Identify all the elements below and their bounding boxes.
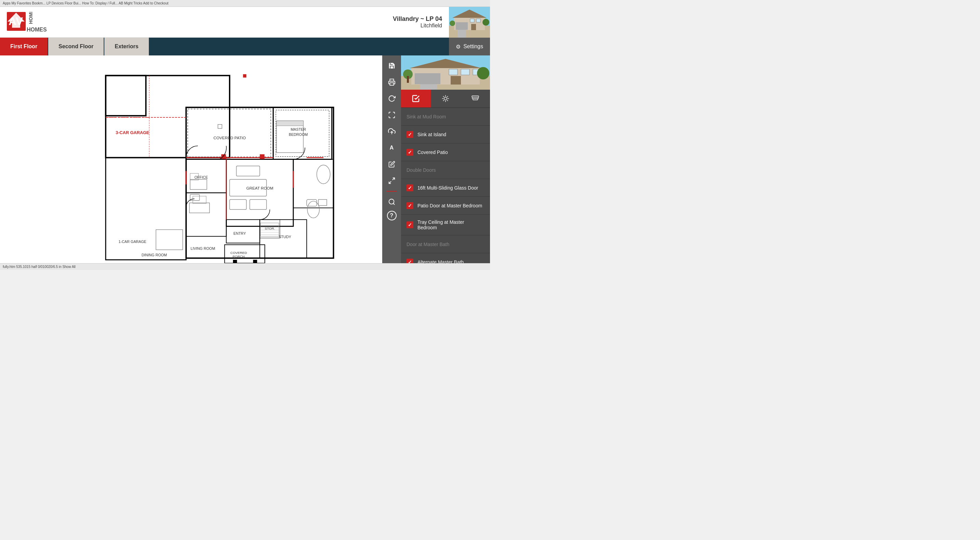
option-double-doors[interactable]: Double Doors	[401, 161, 490, 179]
main-content: 3-CAR GARAGE COVERED PATIO MASTER BEDROO…	[0, 56, 490, 263]
header-title: Villandry ~ LP 04 Litchfield	[386, 7, 449, 37]
svg-rect-112	[472, 97, 478, 99]
house-thumbnail	[449, 7, 490, 38]
option-patio-door-master[interactable]: ✓ Patio Door at Master Bedroom	[401, 197, 490, 215]
svg-rect-102	[420, 84, 437, 90]
option-label: Door at Master Bath	[407, 242, 449, 247]
svg-text:GREAT ROOM: GREAT ROOM	[247, 186, 274, 190]
svg-text:STUDY: STUDY	[278, 235, 291, 239]
logo: AV HOMES HOMES	[7, 12, 31, 32]
svg-point-88	[389, 199, 394, 204]
svg-rect-3	[12, 22, 20, 28]
svg-point-15	[482, 19, 489, 25]
svg-rect-10	[471, 24, 476, 30]
print-button[interactable]	[384, 75, 399, 90]
options-list: Sink at Mud Room ✓ Sink at Island ✓ Cove…	[401, 108, 490, 263]
options-panel: Sink at Mud Room ✓ Sink at Island ✓ Cove…	[401, 56, 490, 263]
svg-rect-84	[390, 83, 393, 85]
settings-button[interactable]: ⚙ Settings	[449, 38, 490, 56]
tab-furniture[interactable]	[460, 90, 490, 107]
tab-checklist[interactable]	[401, 90, 431, 107]
svg-line-105	[443, 96, 444, 97]
svg-text:ENTRY: ENTRY	[233, 231, 246, 236]
svg-point-100	[477, 67, 489, 80]
svg-rect-101	[407, 76, 409, 83]
option-sliding-glass-door[interactable]: ✓ 16ft Multi-Sliding Glass Door	[401, 179, 490, 197]
text-button[interactable]: A	[384, 140, 399, 155]
svg-text:HOMES: HOMES	[28, 12, 33, 24]
svg-rect-42	[253, 260, 257, 263]
floorplan-svg: 3-CAR GARAGE COVERED PATIO MASTER BEDROO…	[0, 56, 382, 263]
checkbox-sink-island: ✓	[407, 131, 414, 138]
svg-text:COVERED PATIO: COVERED PATIO	[213, 135, 246, 140]
project-name: Villandry ~ LP 04	[393, 15, 442, 22]
svg-rect-36	[221, 155, 226, 159]
tab-second-floor[interactable]: Second Floor	[48, 38, 104, 56]
browser-bar: Apps My Favorites Bookm... LP Devices Fl…	[0, 0, 490, 7]
svg-rect-12	[476, 19, 480, 22]
checkbox-tray-ceiling: ✓	[407, 221, 414, 228]
search-button[interactable]	[384, 194, 399, 209]
status-text: fully.htm 535.1015 half 0/010020/6.5 in …	[3, 265, 76, 269]
svg-line-89	[393, 203, 395, 205]
svg-text:MASTER: MASTER	[291, 127, 306, 131]
svg-line-110	[447, 96, 448, 97]
right-toolbar: A ?	[382, 56, 401, 263]
tab-exteriors[interactable]: Exteriors	[104, 38, 148, 56]
option-label: Alternate Master Bath	[417, 260, 464, 263]
upload-button[interactable]	[384, 124, 399, 139]
gear-icon: ⚙	[456, 43, 461, 50]
edit-button[interactable]	[384, 157, 399, 172]
svg-line-87	[389, 182, 391, 183]
settings-label: Settings	[463, 43, 483, 49]
refresh-button[interactable]	[384, 91, 399, 106]
checkbox-patio-door: ✓	[407, 202, 414, 209]
svg-text:DINING ROOM: DINING ROOM	[142, 253, 167, 257]
svg-rect-95	[451, 76, 461, 84]
project-location: Litchfield	[420, 22, 442, 29]
resize-button[interactable]	[384, 107, 399, 123]
tab-lighting[interactable]	[431, 90, 461, 107]
tab-first-floor[interactable]: First Floor	[0, 38, 48, 56]
svg-rect-94	[415, 73, 441, 84]
checkbox-covered-patio: ✓	[407, 149, 414, 156]
svg-rect-9	[456, 22, 468, 30]
logo-area: AV HOMES HOMES	[0, 7, 386, 37]
svg-rect-97	[461, 69, 469, 75]
option-label: Sink at Island	[417, 132, 446, 137]
svg-rect-38	[243, 74, 247, 78]
save-button[interactable]	[384, 58, 399, 73]
svg-text:LIVING ROOM: LIVING ROOM	[191, 246, 215, 250]
option-sink-island[interactable]: ✓ Sink at Island	[401, 126, 490, 143]
option-label: Double Doors	[407, 167, 436, 173]
option-covered-patio[interactable]: ✓ Covered Patio	[401, 143, 490, 161]
browser-tabs: Apps My Favorites Bookm... LP Devices Fl…	[3, 2, 169, 5]
icon-tabs	[401, 90, 490, 108]
svg-text:1-CAR GARAGE: 1-CAR GARAGE	[119, 239, 146, 244]
svg-point-14	[450, 21, 455, 26]
svg-rect-44	[277, 121, 303, 126]
floorplan-area[interactable]: 3-CAR GARAGE COVERED PATIO MASTER BEDROO…	[0, 56, 382, 263]
options-house-photo	[401, 56, 490, 90]
svg-rect-96	[449, 69, 458, 75]
option-door-master-bath[interactable]: Door at Master Bath	[401, 236, 490, 253]
option-label: Covered Patio	[417, 150, 448, 155]
help-button[interactable]: ?	[387, 211, 396, 220]
svg-text:3-CAR GARAGE: 3-CAR GARAGE	[116, 130, 149, 135]
option-tray-ceiling[interactable]: ✓ Tray Ceiling at Master Bedroom	[401, 215, 490, 236]
option-alternate-master-bath[interactable]: ✓ Alternate Master Bath	[401, 253, 490, 263]
svg-line-86	[392, 178, 394, 180]
option-label: Tray Ceiling at Master Bedroom	[417, 219, 485, 230]
svg-text:OFFICE: OFFICE	[194, 175, 208, 179]
fullscreen-button[interactable]	[384, 173, 399, 188]
svg-rect-37	[260, 155, 264, 159]
checkbox-sliding-glass: ✓	[407, 185, 414, 191]
logo-homes-text: HOMES	[27, 27, 47, 32]
header: AV HOMES HOMES Villandry ~ LP 04 Litchfi…	[0, 7, 490, 38]
toolbar-divider	[387, 191, 397, 192]
checkbox-alt-master-bath: ✓	[407, 259, 414, 263]
app-container: AV HOMES HOMES Villandry ~ LP 04 Litchfi…	[0, 7, 490, 270]
options-house-svg	[401, 56, 490, 90]
svg-point-111	[444, 97, 447, 100]
option-sink-mud-room[interactable]: Sink at Mud Room	[401, 108, 490, 126]
